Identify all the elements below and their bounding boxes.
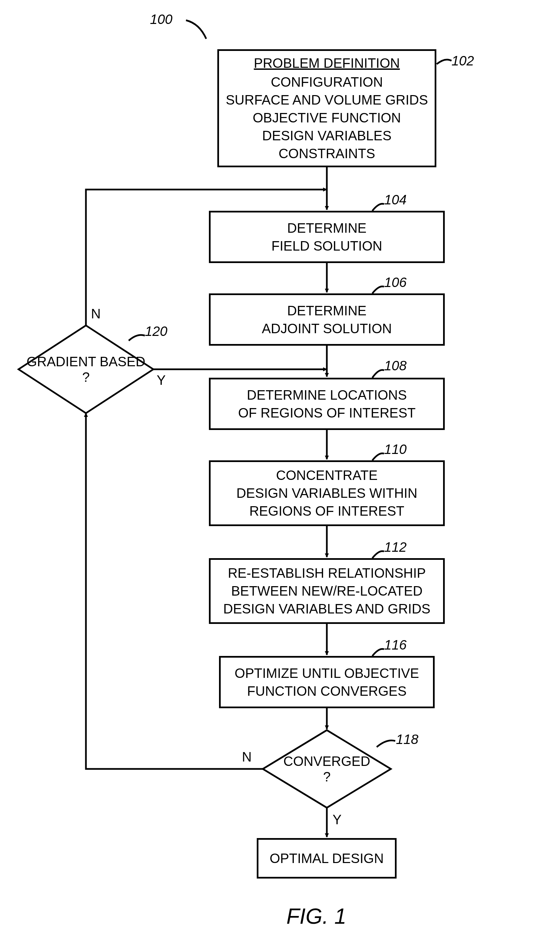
box-field-solution: DETERMINE FIELD SOLUTION: [209, 211, 445, 263]
box-106-line1: DETERMINE: [287, 302, 366, 320]
box-106-line2: ADJOINT SOLUTION: [262, 320, 392, 338]
box-102-title: PROBLEM DEFINITION: [254, 54, 400, 72]
label-Y-118: Y: [332, 812, 342, 827]
box-104-line2: FIELD SOLUTION: [272, 237, 382, 255]
box-102-line5: CONSTRAINTS: [278, 145, 375, 163]
box-optimal-design: OPTIMAL DESIGN: [257, 838, 397, 879]
ref-118: 118: [396, 732, 418, 747]
label-N-120: N: [91, 306, 101, 321]
box-concentrate-dv: CONCENTRATE DESIGN VARIABLES WITHIN REGI…: [209, 460, 445, 526]
diamond-120-line2: ?: [18, 369, 153, 385]
ref-106: 106: [384, 275, 407, 290]
box-110-line2: DESIGN VARIABLES WITHIN: [236, 484, 417, 502]
ref-108: 108: [384, 358, 407, 373]
flowchart-canvas: 100 PROBLEM DEFINITION CONFIGURATION SUR…: [0, 0, 560, 947]
label-Y-120: Y: [157, 373, 166, 388]
box-108-line2: OF REGIONS OF INTEREST: [238, 404, 416, 422]
box-112-line3: DESIGN VARIABLES AND GRIDS: [223, 600, 431, 618]
box-110-line3: REGIONS OF INTEREST: [249, 502, 404, 520]
box-112-line2: BETWEEN NEW/RE-LOCATED: [231, 582, 423, 600]
figure-label: FIG. 1: [286, 904, 346, 929]
diamond-118-line2: ?: [263, 769, 391, 784]
box-102-line2: SURFACE AND VOLUME GRIDS: [226, 91, 428, 109]
box-102-line4: DESIGN VARIABLES: [262, 127, 392, 145]
ref-120: 120: [145, 324, 168, 339]
box-116-line2: FUNCTION CONVERGES: [247, 682, 406, 700]
box-104-line1: DETERMINE: [287, 219, 366, 237]
diamond-gradient-based: GRADIENT BASED ?: [18, 325, 153, 413]
box-reestablish: RE-ESTABLISH RELATIONSHIP BETWEEN NEW/RE…: [209, 558, 445, 624]
ref-110: 110: [384, 442, 407, 457]
box-112-line1: RE-ESTABLISH RELATIONSHIP: [228, 564, 426, 582]
box-optimize: OPTIMIZE UNTIL OBJECTIVE FUNCTION CONVER…: [219, 656, 435, 708]
box-110-line1: CONCENTRATE: [276, 466, 377, 484]
ref-116: 116: [384, 637, 407, 652]
box-end-line1: OPTIMAL DESIGN: [269, 850, 384, 867]
ref-102: 102: [451, 53, 474, 68]
diamond-118-line1: CONVERGED: [263, 753, 391, 769]
label-N-118: N: [242, 750, 252, 765]
box-locations-roi: DETERMINE LOCATIONS OF REGIONS OF INTERE…: [209, 378, 445, 430]
ref-112: 112: [384, 540, 407, 555]
box-102-line3: OBJECTIVE FUNCTION: [253, 109, 401, 127]
box-102-line1: CONFIGURATION: [271, 73, 383, 91]
diamond-converged: CONVERGED ?: [263, 730, 391, 808]
box-116-line1: OPTIMIZE UNTIL OBJECTIVE: [234, 665, 419, 682]
box-adjoint-solution: DETERMINE ADJOINT SOLUTION: [209, 293, 445, 345]
diamond-120-line1: GRADIENT BASED: [18, 354, 153, 369]
ref-100: 100: [150, 12, 172, 27]
box-108-line1: DETERMINE LOCATIONS: [247, 386, 407, 404]
ref-104: 104: [384, 192, 407, 207]
box-problem-definition: PROBLEM DEFINITION CONFIGURATION SURFACE…: [217, 49, 436, 167]
